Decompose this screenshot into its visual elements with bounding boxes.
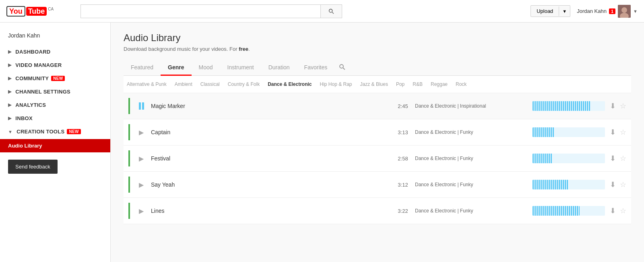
- download-icon[interactable]: ⬇: [610, 206, 616, 215]
- play-button[interactable]: ▶: [135, 178, 148, 191]
- sidebar-item-inbox[interactable]: ▶ INBOX: [0, 112, 110, 125]
- track-actions: ⬇ ☆: [610, 206, 626, 215]
- upload-btn-group: Upload ▼: [530, 5, 570, 17]
- user-info: Jordan Kahn 1 ▼: [577, 5, 638, 18]
- nav-right: Upload ▼ Jordan Kahn 1 ▼: [530, 5, 638, 18]
- track-actions: ⬇ ☆: [610, 154, 626, 163]
- waveform-fill: [533, 101, 590, 111]
- track-genre-tag: Dance & Electronic | Funky: [415, 156, 528, 161]
- pause-button[interactable]: [135, 100, 148, 112]
- sidebar-username: Jordan Kahn: [0, 29, 110, 45]
- arrow-icon: ▶: [8, 116, 11, 121]
- track-genre-tag: Dance & Electronic | Funky: [415, 182, 528, 187]
- play-icon: ▶: [139, 155, 144, 162]
- star-icon[interactable]: ☆: [620, 180, 626, 189]
- play-button[interactable]: ▶: [135, 152, 148, 165]
- download-icon[interactable]: ⬇: [610, 154, 616, 163]
- sidebar-item-community[interactable]: ▶ COMMUNITY NEW: [0, 72, 110, 85]
- genre-row: Alternative & Punk Ambient Classical Cou…: [124, 76, 631, 93]
- star-icon[interactable]: ☆: [620, 102, 626, 110]
- search-input[interactable]: [80, 4, 320, 18]
- genre-alt-punk[interactable]: Alternative & Punk: [124, 80, 170, 89]
- page-title: Audio Library: [124, 32, 631, 44]
- logo-tube: Tube: [26, 7, 47, 16]
- sidebar-item-dashboard[interactable]: ▶ DASHBOARD: [0, 45, 110, 58]
- genre-classical[interactable]: Classical: [197, 80, 223, 89]
- genre-jazz-blues[interactable]: Jazz & Blues: [357, 80, 391, 89]
- waveform-fill: [533, 127, 554, 137]
- star-icon[interactable]: ☆: [620, 128, 626, 137]
- track-title: Lines: [151, 208, 391, 214]
- genre-pop[interactable]: Pop: [393, 80, 408, 89]
- track-waveform[interactable]: [533, 101, 605, 111]
- arrow-icon: ▶: [8, 89, 11, 94]
- tab-instrument[interactable]: Instrument: [220, 60, 261, 76]
- arrow-icon: ▶: [8, 62, 11, 68]
- playing-indicator: [128, 150, 130, 166]
- genre-dance-electronic[interactable]: Dance & Electronic: [264, 80, 315, 89]
- user-dropdown-arrow[interactable]: ▼: [633, 9, 638, 14]
- logo-area: YouTube CA: [6, 6, 71, 17]
- upload-button[interactable]: Upload: [531, 6, 559, 17]
- play-icon: ▶: [139, 129, 144, 136]
- send-feedback-button[interactable]: Send feedback: [8, 160, 58, 174]
- youtube-logo[interactable]: YouTube: [6, 6, 47, 17]
- sidebar-item-label: VIDEO MANAGER: [15, 62, 62, 68]
- sidebar-item-video-manager[interactable]: ▶ VIDEO MANAGER: [0, 58, 110, 72]
- sidebar-item-channel-settings[interactable]: ▶ CHANNEL SETTINGS: [0, 85, 110, 98]
- sidebar-item-creation-tools[interactable]: ▼ CREATION TOOLS NEW: [0, 125, 110, 138]
- genre-reggae[interactable]: Reggae: [427, 80, 451, 89]
- download-icon[interactable]: ⬇: [610, 180, 616, 189]
- upload-dropdown-button[interactable]: ▼: [559, 6, 570, 16]
- genre-rock[interactable]: Rock: [452, 80, 470, 89]
- sidebar-item-analytics[interactable]: ▶ ANALYTICS: [0, 98, 110, 112]
- download-icon[interactable]: ⬇: [610, 102, 616, 110]
- track-duration: 3:13: [391, 129, 415, 135]
- track-waveform[interactable]: [533, 127, 605, 137]
- tab-search-icon[interactable]: [334, 60, 350, 75]
- track-title: Festival: [151, 155, 391, 162]
- sidebar-item-audio-library[interactable]: Audio Library: [0, 139, 110, 152]
- track-waveform[interactable]: [533, 206, 605, 216]
- star-icon[interactable]: ☆: [620, 206, 626, 215]
- sidebar-item-label: ANALYTICS: [15, 102, 46, 108]
- playing-indicator: [128, 124, 130, 140]
- genre-rnb[interactable]: R&B: [409, 80, 426, 89]
- track-duration: 2:45: [391, 103, 415, 109]
- avatar[interactable]: [618, 5, 631, 18]
- user-name-label: Jordan Kahn: [577, 8, 607, 14]
- track-duration: 3:12: [391, 182, 415, 188]
- search-area: [80, 4, 342, 18]
- track-genre-tag: Dance & Electronic | Inspirational: [415, 103, 528, 109]
- genre-country-folk[interactable]: Country & Folk: [225, 80, 263, 89]
- track-genre-tag: Dance & Electronic | Funky: [415, 208, 528, 214]
- play-icon: ▶: [139, 181, 144, 189]
- tab-mood[interactable]: Mood: [192, 60, 220, 76]
- search-button[interactable]: [320, 4, 342, 18]
- arrow-icon: ▶: [8, 49, 11, 54]
- tab-featured[interactable]: Featured: [124, 60, 161, 76]
- tabs-row: Featured Genre Mood Instrument Duration …: [124, 60, 631, 76]
- pause-icon: [139, 102, 144, 110]
- arrow-icon: ▶: [8, 102, 11, 108]
- play-button[interactable]: ▶: [135, 204, 148, 217]
- notification-badge[interactable]: 1: [609, 8, 615, 14]
- play-button[interactable]: ▶: [135, 126, 148, 139]
- tab-genre[interactable]: Genre: [161, 60, 191, 76]
- tab-favorites[interactable]: Favorites: [297, 60, 335, 76]
- sidebar-item-label: COMMUNITY: [15, 75, 49, 81]
- genre-hip-hop-rap[interactable]: Hip Hop & Rap: [317, 80, 355, 89]
- genre-ambient[interactable]: Ambient: [171, 80, 196, 89]
- waveform-fill: [533, 206, 580, 216]
- sidebar-item-label: CHANNEL SETTINGS: [15, 89, 70, 95]
- track-waveform[interactable]: [533, 154, 605, 163]
- track-waveform[interactable]: [533, 180, 605, 189]
- subtitle-bold: free: [239, 46, 248, 52]
- play-icon: ▶: [139, 207, 144, 215]
- star-icon[interactable]: ☆: [620, 154, 626, 163]
- tab-duration[interactable]: Duration: [261, 60, 297, 76]
- track-duration: 3:22: [391, 208, 415, 214]
- table-row: ▶ Lines 3:22 Dance & Electronic | Funky …: [124, 198, 631, 224]
- new-badge: NEW: [51, 76, 65, 81]
- download-icon[interactable]: ⬇: [610, 128, 616, 137]
